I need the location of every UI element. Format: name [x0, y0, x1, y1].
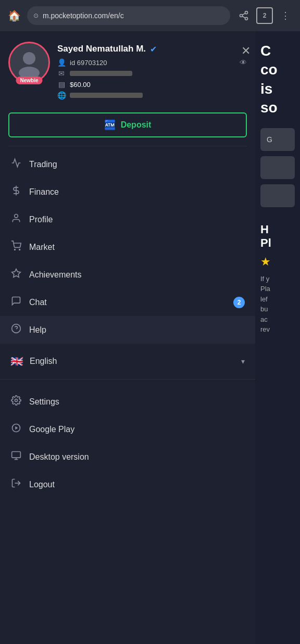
person-icon: 👤	[57, 58, 66, 67]
verified-icon: ✔	[150, 44, 157, 54]
main-menu: Trading Finance	[0, 146, 255, 348]
sidebar-item-trading[interactable]: Trading	[0, 150, 255, 178]
svg-point-6	[19, 67, 40, 77]
desktop-label: Desktop version	[29, 452, 245, 462]
profile-website-blurred	[70, 93, 143, 98]
profile-id-row: 👤 id 69703120 👁	[57, 58, 247, 67]
achievements-icon	[10, 268, 22, 281]
profile-balance: $60.00	[70, 81, 91, 89]
svg-point-5	[23, 52, 35, 65]
google-play-label: Google Play	[29, 425, 245, 434]
language-label: English	[30, 357, 235, 366]
sidebar-drawer: Newbie Sayed Nematullah M. ✔ 👤 id 697031…	[0, 31, 255, 644]
sidebar-item-logout[interactable]: Logout	[0, 471, 255, 498]
more-menu-button[interactable]: ⋮	[277, 7, 294, 24]
svg-line-3	[242, 16, 245, 18]
logout-icon	[10, 478, 22, 491]
svg-point-10	[19, 249, 20, 250]
sidebar-item-help[interactable]: Help	[0, 316, 255, 344]
sidebar-item-finance[interactable]: Finance	[0, 178, 255, 206]
profile-menu-icon	[10, 213, 22, 226]
profile-info: Sayed Nematullah M. ✔ 👤 id 69703120 👁 ✉ …	[57, 42, 247, 102]
profile-name-row: Sayed Nematullah M. ✔	[57, 44, 247, 54]
card-icon: ▤	[57, 80, 66, 89]
svg-point-9	[15, 249, 16, 250]
sidebar-item-achievements[interactable]: Achievements	[0, 261, 255, 288]
right-panel-btn-3[interactable]	[260, 184, 295, 207]
right-panel-description: If yPlalefbuacrev	[260, 274, 295, 335]
market-icon	[10, 241, 22, 254]
profile-balance-row: ▤ $60.00	[57, 80, 247, 89]
help-label: Help	[29, 325, 245, 335]
close-button[interactable]: ✕	[236, 42, 255, 60]
deposit-button[interactable]: 🏧 Deposit	[8, 112, 247, 137]
achievements-label: Achievements	[29, 270, 245, 280]
profile-section: Newbie Sayed Nematullah M. ✔ 👤 id 697031…	[0, 31, 255, 110]
svg-point-2	[245, 17, 248, 20]
main-content: Newbie Sayed Nematullah M. ✔ 👤 id 697031…	[0, 31, 300, 644]
logout-label: Logout	[29, 480, 245, 489]
google-play-icon	[10, 423, 22, 436]
globe-icon: 🌐	[57, 91, 66, 99]
profile-email-row: ✉	[57, 69, 247, 78]
share-button[interactable]	[235, 7, 252, 24]
lock-icon: ⊙	[33, 12, 39, 19]
svg-marker-16	[15, 426, 18, 430]
right-panel-btn-1[interactable]: G	[260, 128, 295, 151]
svg-rect-17	[12, 452, 21, 458]
sidebar-item-profile[interactable]: Profile	[0, 206, 255, 233]
chat-label: Chat	[29, 298, 226, 307]
url-text: m.pocketoption.com/en/c	[43, 11, 124, 20]
flag-icon: 🇬🇧	[10, 355, 23, 368]
settings-label: Settings	[29, 397, 245, 407]
finance-label: Finance	[29, 187, 245, 197]
url-bar[interactable]: ⊙ m.pocketoption.com/en/c	[27, 6, 230, 25]
sidebar-item-chat[interactable]: Chat 2	[0, 288, 255, 316]
sidebar-item-settings[interactable]: Settings	[0, 388, 255, 415]
deposit-icon: 🏧	[104, 119, 116, 131]
home-icon[interactable]: 🏠	[6, 9, 22, 22]
profile-email-blurred	[70, 71, 132, 76]
chat-badge: 2	[233, 297, 245, 308]
newbie-badge: Newbie	[16, 77, 42, 84]
bottom-menu: Settings Google Play	[0, 384, 255, 502]
deposit-label: Deposit	[121, 120, 152, 130]
svg-line-4	[242, 13, 245, 15]
right-panel-section: HPl	[260, 223, 295, 250]
tabs-button[interactable]: 2	[256, 7, 273, 24]
star-icon: ★	[260, 255, 295, 269]
chevron-down-icon: ▾	[241, 357, 245, 365]
profile-menu-label: Profile	[29, 215, 245, 224]
settings-icon	[10, 395, 22, 408]
help-icon	[10, 323, 22, 336]
profile-id: id 69703120	[70, 59, 107, 67]
browser-actions: 2 ⋮	[235, 7, 294, 24]
right-panel-content: Ccoisso G HPl ★ If yPlalefbuacrev	[255, 31, 300, 345]
right-panel: Ccoisso G HPl ★ If yPlalefbuacrev	[255, 31, 300, 644]
sidebar-item-market[interactable]: Market	[0, 233, 255, 261]
desktop-icon	[10, 450, 22, 463]
browser-chrome: 🏠 ⊙ m.pocketoption.com/en/c 2 ⋮	[0, 0, 300, 31]
trading-label: Trading	[29, 160, 245, 169]
right-panel-btn-2[interactable]	[260, 156, 295, 179]
avatar-wrapper: Newbie	[8, 42, 50, 83]
svg-point-8	[15, 214, 18, 218]
profile-website-row: 🌐	[57, 91, 247, 99]
right-panel-heading: Ccoisso	[260, 42, 295, 118]
sidebar-item-google-play[interactable]: Google Play	[0, 415, 255, 443]
svg-point-1	[240, 15, 243, 17]
svg-point-0	[245, 11, 248, 14]
divider-language	[0, 379, 255, 380]
profile-name: Sayed Nematullah M.	[57, 44, 146, 54]
language-selector[interactable]: 🇬🇧 English ▾	[0, 348, 255, 375]
chat-icon	[10, 296, 22, 309]
trading-icon	[10, 158, 22, 171]
email-icon: ✉	[57, 69, 66, 78]
finance-icon	[10, 185, 22, 198]
market-label: Market	[29, 243, 245, 252]
svg-marker-11	[12, 269, 21, 277]
svg-point-14	[15, 399, 18, 402]
sidebar-item-desktop[interactable]: Desktop version	[0, 443, 255, 471]
